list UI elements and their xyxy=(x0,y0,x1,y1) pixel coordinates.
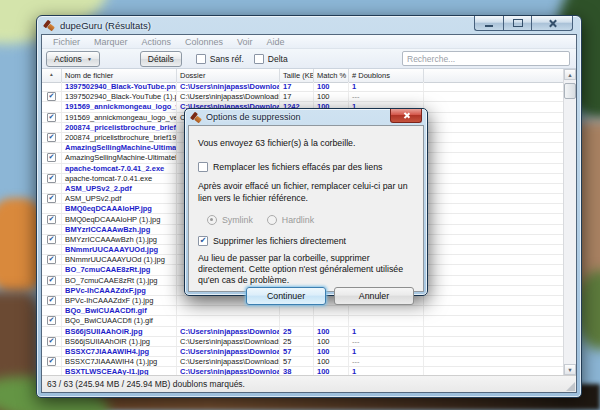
row-dossier-cell: C:\Users\ninjapass\Downloads xyxy=(177,357,280,366)
row-filler-cell xyxy=(424,235,576,244)
table-row[interactable]: ✔ BS66jSUIIAAhOiR (1).jpg C:\Users\ninja… xyxy=(42,337,576,347)
row-checkbox[interactable]: ✔ xyxy=(47,316,56,325)
maximize-button[interactable] xyxy=(503,16,531,31)
row-filler-cell xyxy=(424,164,576,173)
search-input[interactable] xyxy=(402,51,570,66)
sans-ref-checkbox[interactable] xyxy=(196,54,206,64)
row-name-cell: 191569_annickmongeau_logo_verti... xyxy=(62,113,177,122)
menu-marquer[interactable]: Marquer xyxy=(87,37,135,47)
row-mark-cell xyxy=(42,367,62,375)
dialog-body: Vous envoyez 63 fichier(s) à la corbeill… xyxy=(188,125,424,292)
row-name-cell: BO_7cmuCAAE8zRt.jpg xyxy=(62,265,177,274)
row-checkbox[interactable]: ✔ xyxy=(47,357,56,366)
row-match-cell: 100 xyxy=(314,347,349,356)
window-title: dupeGuru (Résultats) xyxy=(60,20,151,31)
row-mark-cell: ✔ xyxy=(42,235,62,244)
row-match-cell: 100 xyxy=(314,82,349,91)
column-header-mark[interactable]: ▴ xyxy=(42,69,62,82)
row-checkbox[interactable]: ✔ xyxy=(47,215,56,224)
row-name-cell: BS66jSUIIAAhOiR.jpg xyxy=(62,327,177,336)
row-checkbox[interactable]: ✔ xyxy=(47,113,56,122)
row-checkbox[interactable]: ✔ xyxy=(47,296,56,305)
column-header-doublons[interactable]: # Doublons xyxy=(349,69,424,82)
column-header-taille[interactable]: Taille (KB) xyxy=(280,69,314,82)
row-name-cell: BO_7cmuCAAE8zRt (1).jpg xyxy=(62,276,177,285)
table-row[interactable]: BSSXC7JIAAAWIH4.jpg C:\Users\ninjapass\D… xyxy=(42,347,576,357)
row-filler-cell xyxy=(424,255,576,264)
row-doublons-cell: 1 xyxy=(349,327,424,336)
row-checkbox[interactable]: ✔ xyxy=(47,133,56,142)
row-mark-cell xyxy=(42,265,62,274)
row-filler-cell xyxy=(424,296,576,305)
row-dossier-cell: C:\Users\ninjapass\Downloads xyxy=(177,82,280,91)
actions-dropdown-button[interactable]: Actions ▼ xyxy=(46,51,100,67)
row-filler-cell xyxy=(424,102,576,111)
column-header-name[interactable]: Nom de fichier xyxy=(62,69,177,82)
hardlink-label: Hardlink xyxy=(282,215,314,225)
table-row[interactable]: BS66jSUIIAAhOiR.jpg C:\Users\ninjapass\D… xyxy=(42,327,576,337)
table-row[interactable]: ✔ 1397502940_Black-YouTube (1).png C:\Us… xyxy=(42,92,576,102)
direct-delete-checkbox[interactable]: ✔ xyxy=(198,236,208,246)
row-filler-cell xyxy=(424,133,576,142)
row-mark-cell xyxy=(42,102,62,111)
menu-voir[interactable]: Voir xyxy=(230,37,260,47)
chevron-down-icon: ▼ xyxy=(87,56,92,62)
column-header-match[interactable]: Match % xyxy=(314,69,349,82)
row-checkbox[interactable]: ✔ xyxy=(47,153,56,162)
row-size-cell: 17 xyxy=(280,92,314,101)
row-checkbox[interactable]: ✔ xyxy=(47,235,56,244)
caption-buttons xyxy=(474,16,573,31)
row-match-cell: 100 xyxy=(314,367,349,375)
scrollbar-thumb[interactable] xyxy=(564,83,576,99)
hardlink-radio[interactable] xyxy=(267,215,277,225)
row-checkbox[interactable]: ✔ xyxy=(47,276,56,285)
row-checkbox[interactable]: ✔ xyxy=(47,337,56,346)
table-row[interactable]: BQo_BwiCUAACDfi.gif xyxy=(42,306,576,316)
minimize-icon xyxy=(485,25,493,27)
row-mark-cell xyxy=(42,245,62,254)
direct-delete-description: Au lieu de passer par la corbeille, supp… xyxy=(198,253,414,287)
link-type-radio-group: Symlink Hardlink xyxy=(207,215,414,225)
column-header-dossier[interactable]: Dossier xyxy=(177,69,280,82)
sans-ref-checkbox-group: Sans réf. xyxy=(196,54,244,64)
table-row[interactable]: 1397502940_Black-YouTube.png C:\Users\ni… xyxy=(42,82,576,92)
row-name-cell: BQo_BwiCUAACDfi.gif xyxy=(62,306,177,315)
row-name-cell: ASM_UPSv2.pdf xyxy=(62,194,177,203)
replace-links-checkbox[interactable] xyxy=(198,162,208,172)
menu-colonnes[interactable]: Colonnes xyxy=(178,37,230,47)
row-checkbox[interactable]: ✔ xyxy=(47,174,56,183)
menu-fichier[interactable]: Fichier xyxy=(46,37,87,47)
row-name-cell: BSSXC7JIAAAWIH4.jpg xyxy=(62,347,177,356)
vertical-scrollbar[interactable]: ▲ ▼ xyxy=(563,69,576,375)
continue-button[interactable]: Continuer xyxy=(246,287,326,305)
row-match-cell: 100 xyxy=(314,337,349,346)
table-row[interactable]: ✔ BQo_BwiCUAACDfi (1).gif xyxy=(42,316,576,326)
row-checkbox[interactable]: ✔ xyxy=(47,255,56,264)
delta-checkbox[interactable] xyxy=(254,54,264,64)
row-mark-cell xyxy=(42,143,62,152)
sort-asc-icon: ▴ xyxy=(42,71,61,77)
scroll-down-icon[interactable]: ▼ xyxy=(564,364,576,375)
row-dossier-cell xyxy=(177,316,280,325)
details-button[interactable]: Détails xyxy=(140,51,182,67)
table-row[interactable]: ✔ BSSXC7JIAAAWIH4 (1).jpg C:\Users\ninja… xyxy=(42,357,576,367)
dialog-close-button[interactable] xyxy=(390,109,422,123)
row-name-cell: AmazingSellingMachine-UltimateP... xyxy=(62,143,177,152)
cancel-button[interactable]: Annuler xyxy=(334,287,414,305)
menu-actions[interactable]: Actions xyxy=(135,37,179,47)
row-filler-cell xyxy=(424,306,576,315)
scroll-up-icon[interactable]: ▲ xyxy=(564,69,576,80)
toolbar: Actions ▼ Détails Sans réf. Delta xyxy=(42,49,576,69)
row-checkbox[interactable]: ✔ xyxy=(47,194,56,203)
symlink-radio[interactable] xyxy=(207,215,217,225)
resize-grip[interactable] xyxy=(566,382,575,391)
row-mark-cell: ✔ xyxy=(42,214,62,223)
menu-bar: Fichier Marquer Actions Colonnes Voir Ai… xyxy=(42,35,576,49)
row-size-cell: 38 xyxy=(280,367,314,375)
table-row[interactable]: BSXTLWSCEAAy-I1.jpg C:\Users\ninjapass\D… xyxy=(42,367,576,375)
row-checkbox[interactable]: ✔ xyxy=(47,92,56,101)
minimize-button[interactable] xyxy=(474,16,503,31)
row-filler-cell xyxy=(424,123,576,132)
menu-aide[interactable]: Aide xyxy=(260,37,292,47)
close-button[interactable] xyxy=(531,16,573,31)
